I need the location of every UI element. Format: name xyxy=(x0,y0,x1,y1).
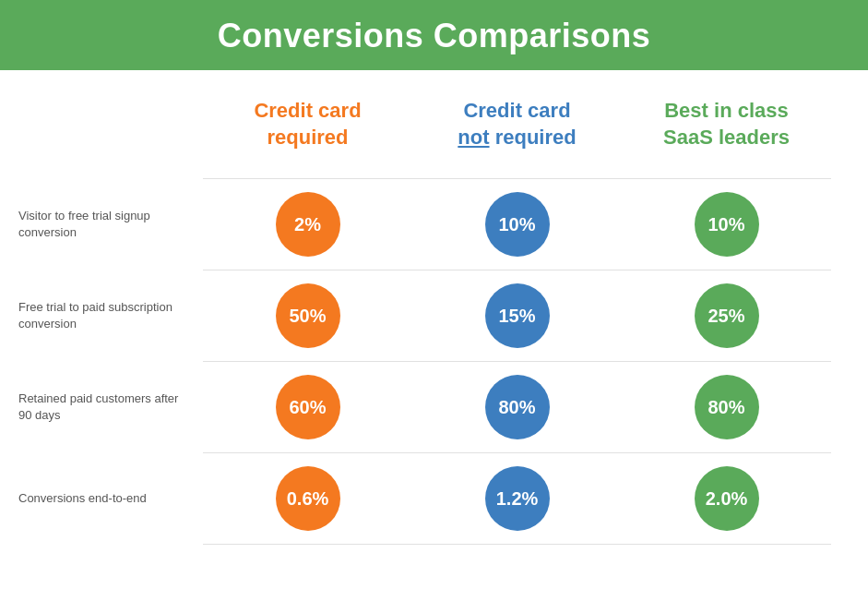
table-row: Retained paid customers after 90 days 60… xyxy=(18,362,831,452)
row-label-retained: Retained paid customers after 90 days xyxy=(18,391,203,424)
table-row: Visitor to free trial signup conversion … xyxy=(18,179,831,270)
columns-header: Credit cardrequired Credit cardnot requi… xyxy=(203,98,831,150)
data-rows: Visitor to free trial signup conversion … xyxy=(18,178,831,545)
column-header-cc-required: Credit cardrequired xyxy=(203,98,412,150)
table-row: Conversions end-to-end 0.6% 1.2% 2.0% xyxy=(18,453,831,544)
cell-visitor-green: 10% xyxy=(622,192,831,257)
row-values: 2% 10% 10% xyxy=(203,192,831,257)
cell-endtoend-green: 2.0% xyxy=(622,466,831,531)
cell-endtoend-blue: 1.2% xyxy=(412,466,622,531)
table-row: Free trial to paid subscription conversi… xyxy=(18,270,831,361)
bubble-endtoend-green: 2.0% xyxy=(695,466,759,531)
row-values: 60% 80% 80% xyxy=(203,375,831,439)
bubble-endtoend-orange: 0.6% xyxy=(276,466,340,531)
cell-retained-orange: 60% xyxy=(203,375,412,439)
row-values: 50% 15% 25% xyxy=(203,283,831,348)
bubble-freetrial-green: 25% xyxy=(695,283,759,348)
bubble-visitor-orange: 2% xyxy=(276,192,340,257)
row-values: 0.6% 1.2% 2.0% xyxy=(203,466,831,531)
bubble-endtoend-blue: 1.2% xyxy=(485,466,550,531)
bubble-freetrial-orange: 50% xyxy=(276,283,340,348)
row-label-freetrial: Free trial to paid subscription conversi… xyxy=(18,299,203,332)
column-header-best-in-class: Best in classSaaS leaders xyxy=(622,98,831,150)
main-content: Credit cardrequired Credit cardnot requi… xyxy=(0,70,868,563)
cell-freetrial-orange: 50% xyxy=(203,283,412,348)
bubble-freetrial-blue: 15% xyxy=(485,283,550,348)
cell-endtoend-orange: 0.6% xyxy=(203,466,412,531)
row-label-visitor: Visitor to free trial signup conversion xyxy=(18,208,203,241)
page-container: Conversions Comparisons Credit cardrequi… xyxy=(0,0,868,563)
header: Conversions Comparisons xyxy=(0,0,868,70)
cell-freetrial-green: 25% xyxy=(622,283,831,348)
divider-bottom xyxy=(203,544,831,545)
bubble-visitor-blue: 10% xyxy=(485,192,550,257)
cell-retained-green: 80% xyxy=(622,375,831,439)
cell-retained-blue: 80% xyxy=(412,375,622,439)
bubble-retained-green: 80% xyxy=(695,375,759,439)
cell-visitor-blue: 10% xyxy=(412,192,622,257)
page-title: Conversions Comparisons xyxy=(18,17,850,55)
cell-visitor-orange: 2% xyxy=(203,192,412,257)
bubble-retained-blue: 80% xyxy=(485,375,550,439)
row-label-endtoend: Conversions end-to-end xyxy=(18,490,203,507)
bubble-visitor-green: 10% xyxy=(695,192,759,257)
bubble-retained-orange: 60% xyxy=(276,375,340,439)
column-header-cc-not-required: Credit cardnot required xyxy=(412,98,622,150)
cell-freetrial-blue: 15% xyxy=(412,283,622,348)
